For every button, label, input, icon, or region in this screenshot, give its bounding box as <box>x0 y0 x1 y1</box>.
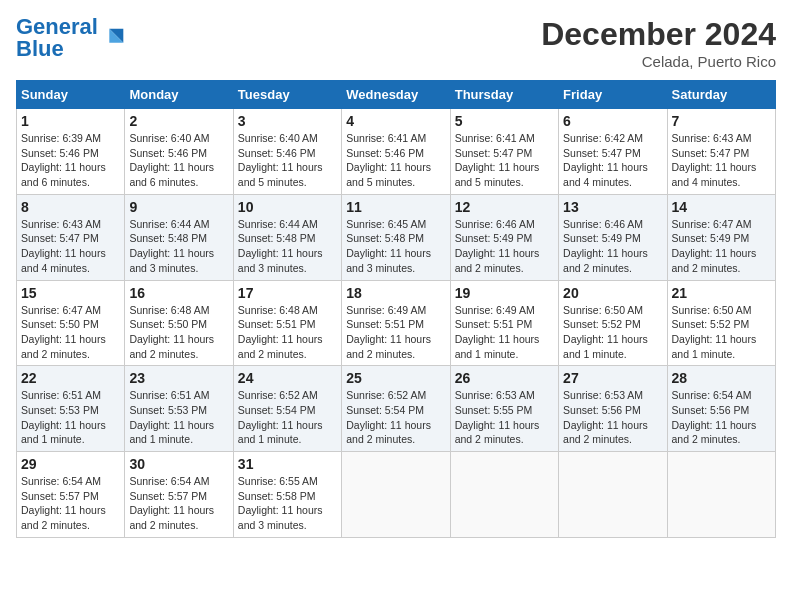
logo: General Blue <box>16 16 128 60</box>
daylight-text: Daylight: 11 hours and 1 minute. <box>455 333 540 360</box>
month-year: December 2024 <box>541 16 776 53</box>
calendar-cell: 17 Sunrise: 6:48 AM Sunset: 5:51 PM Dayl… <box>233 280 341 366</box>
day-number: 25 <box>346 370 445 386</box>
sunset-text: Sunset: 5:56 PM <box>672 404 750 416</box>
sunset-text: Sunset: 5:48 PM <box>129 232 207 244</box>
day-info: Sunrise: 6:51 AM Sunset: 5:53 PM Dayligh… <box>129 388 228 447</box>
day-number: 11 <box>346 199 445 215</box>
page-header: General Blue December 2024 Celada, Puert… <box>16 16 776 70</box>
daylight-text: Daylight: 11 hours and 3 minutes. <box>238 247 323 274</box>
sunrise-text: Sunrise: 6:50 AM <box>672 304 752 316</box>
daylight-text: Daylight: 11 hours and 1 minute. <box>563 333 648 360</box>
sunrise-text: Sunrise: 6:49 AM <box>455 304 535 316</box>
daylight-text: Daylight: 11 hours and 1 minute. <box>129 419 214 446</box>
calendar-cell: 15 Sunrise: 6:47 AM Sunset: 5:50 PM Dayl… <box>17 280 125 366</box>
calendar-cell: 6 Sunrise: 6:42 AM Sunset: 5:47 PM Dayli… <box>559 109 667 195</box>
sunset-text: Sunset: 5:48 PM <box>238 232 316 244</box>
sunrise-text: Sunrise: 6:48 AM <box>129 304 209 316</box>
sunset-text: Sunset: 5:46 PM <box>129 147 207 159</box>
daylight-text: Daylight: 11 hours and 2 minutes. <box>346 419 431 446</box>
title-block: December 2024 Celada, Puerto Rico <box>541 16 776 70</box>
sunset-text: Sunset: 5:49 PM <box>563 232 641 244</box>
day-info: Sunrise: 6:53 AM Sunset: 5:56 PM Dayligh… <box>563 388 662 447</box>
day-number: 16 <box>129 285 228 301</box>
logo-text: General Blue <box>16 16 98 60</box>
day-info: Sunrise: 6:44 AM Sunset: 5:48 PM Dayligh… <box>238 217 337 276</box>
day-number: 12 <box>455 199 554 215</box>
day-info: Sunrise: 6:41 AM Sunset: 5:46 PM Dayligh… <box>346 131 445 190</box>
sunrise-text: Sunrise: 6:54 AM <box>129 475 209 487</box>
daylight-text: Daylight: 11 hours and 1 minute. <box>21 419 106 446</box>
day-number: 28 <box>672 370 771 386</box>
sunrise-text: Sunrise: 6:40 AM <box>129 132 209 144</box>
sunrise-text: Sunrise: 6:45 AM <box>346 218 426 230</box>
daylight-text: Daylight: 11 hours and 2 minutes. <box>563 419 648 446</box>
calendar-cell: 13 Sunrise: 6:46 AM Sunset: 5:49 PM Dayl… <box>559 194 667 280</box>
sunset-text: Sunset: 5:54 PM <box>346 404 424 416</box>
daylight-text: Daylight: 11 hours and 5 minutes. <box>346 161 431 188</box>
sunset-text: Sunset: 5:52 PM <box>672 318 750 330</box>
day-number: 22 <box>21 370 120 386</box>
day-header-thursday: Thursday <box>450 81 558 109</box>
day-info: Sunrise: 6:53 AM Sunset: 5:55 PM Dayligh… <box>455 388 554 447</box>
sunset-text: Sunset: 5:50 PM <box>129 318 207 330</box>
day-info: Sunrise: 6:54 AM Sunset: 5:57 PM Dayligh… <box>129 474 228 533</box>
calendar-cell: 7 Sunrise: 6:43 AM Sunset: 5:47 PM Dayli… <box>667 109 775 195</box>
calendar-cell: 26 Sunrise: 6:53 AM Sunset: 5:55 PM Dayl… <box>450 366 558 452</box>
sunrise-text: Sunrise: 6:43 AM <box>672 132 752 144</box>
day-info: Sunrise: 6:55 AM Sunset: 5:58 PM Dayligh… <box>238 474 337 533</box>
day-info: Sunrise: 6:42 AM Sunset: 5:47 PM Dayligh… <box>563 131 662 190</box>
sunset-text: Sunset: 5:51 PM <box>238 318 316 330</box>
sunrise-text: Sunrise: 6:44 AM <box>238 218 318 230</box>
day-info: Sunrise: 6:45 AM Sunset: 5:48 PM Dayligh… <box>346 217 445 276</box>
day-header-sunday: Sunday <box>17 81 125 109</box>
daylight-text: Daylight: 11 hours and 6 minutes. <box>129 161 214 188</box>
daylight-text: Daylight: 11 hours and 2 minutes. <box>455 247 540 274</box>
sunset-text: Sunset: 5:47 PM <box>672 147 750 159</box>
daylight-text: Daylight: 11 hours and 4 minutes. <box>672 161 757 188</box>
sunrise-text: Sunrise: 6:46 AM <box>455 218 535 230</box>
sunrise-text: Sunrise: 6:47 AM <box>672 218 752 230</box>
day-info: Sunrise: 6:44 AM Sunset: 5:48 PM Dayligh… <box>129 217 228 276</box>
sunset-text: Sunset: 5:50 PM <box>21 318 99 330</box>
sunset-text: Sunset: 5:54 PM <box>238 404 316 416</box>
sunset-text: Sunset: 5:57 PM <box>21 490 99 502</box>
sunset-text: Sunset: 5:53 PM <box>21 404 99 416</box>
sunset-text: Sunset: 5:57 PM <box>129 490 207 502</box>
day-number: 7 <box>672 113 771 129</box>
sunrise-text: Sunrise: 6:48 AM <box>238 304 318 316</box>
day-info: Sunrise: 6:48 AM Sunset: 5:51 PM Dayligh… <box>238 303 337 362</box>
sunrise-text: Sunrise: 6:40 AM <box>238 132 318 144</box>
calendar-week-row: 8 Sunrise: 6:43 AM Sunset: 5:47 PM Dayli… <box>17 194 776 280</box>
day-number: 29 <box>21 456 120 472</box>
day-info: Sunrise: 6:52 AM Sunset: 5:54 PM Dayligh… <box>346 388 445 447</box>
sunset-text: Sunset: 5:58 PM <box>238 490 316 502</box>
day-info: Sunrise: 6:43 AM Sunset: 5:47 PM Dayligh… <box>21 217 120 276</box>
sunrise-text: Sunrise: 6:53 AM <box>455 389 535 401</box>
calendar-week-row: 1 Sunrise: 6:39 AM Sunset: 5:46 PM Dayli… <box>17 109 776 195</box>
calendar-cell: 31 Sunrise: 6:55 AM Sunset: 5:58 PM Dayl… <box>233 452 341 538</box>
sunrise-text: Sunrise: 6:49 AM <box>346 304 426 316</box>
day-number: 5 <box>455 113 554 129</box>
day-number: 6 <box>563 113 662 129</box>
sunrise-text: Sunrise: 6:41 AM <box>346 132 426 144</box>
daylight-text: Daylight: 11 hours and 2 minutes. <box>21 333 106 360</box>
day-info: Sunrise: 6:54 AM Sunset: 5:57 PM Dayligh… <box>21 474 120 533</box>
calendar-cell: 21 Sunrise: 6:50 AM Sunset: 5:52 PM Dayl… <box>667 280 775 366</box>
day-info: Sunrise: 6:47 AM Sunset: 5:49 PM Dayligh… <box>672 217 771 276</box>
calendar-cell: 1 Sunrise: 6:39 AM Sunset: 5:46 PM Dayli… <box>17 109 125 195</box>
calendar-cell: 25 Sunrise: 6:52 AM Sunset: 5:54 PM Dayl… <box>342 366 450 452</box>
calendar-cell: 5 Sunrise: 6:41 AM Sunset: 5:47 PM Dayli… <box>450 109 558 195</box>
logo-blue: Blue <box>16 36 64 61</box>
day-number: 4 <box>346 113 445 129</box>
sunrise-text: Sunrise: 6:54 AM <box>672 389 752 401</box>
day-info: Sunrise: 6:49 AM Sunset: 5:51 PM Dayligh… <box>346 303 445 362</box>
sunrise-text: Sunrise: 6:44 AM <box>129 218 209 230</box>
day-number: 3 <box>238 113 337 129</box>
sunrise-text: Sunrise: 6:43 AM <box>21 218 101 230</box>
day-number: 8 <box>21 199 120 215</box>
daylight-text: Daylight: 11 hours and 2 minutes. <box>129 333 214 360</box>
sunrise-text: Sunrise: 6:55 AM <box>238 475 318 487</box>
day-number: 26 <box>455 370 554 386</box>
day-info: Sunrise: 6:40 AM Sunset: 5:46 PM Dayligh… <box>238 131 337 190</box>
